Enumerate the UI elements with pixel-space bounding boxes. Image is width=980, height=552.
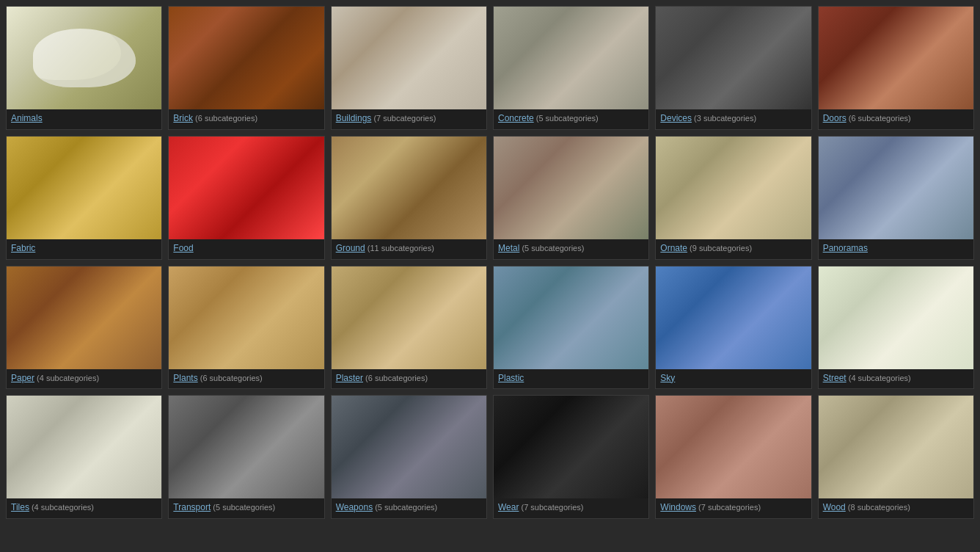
- image-tiles: [7, 396, 161, 498]
- link-metal[interactable]: Metal: [498, 243, 519, 253]
- link-panoramas[interactable]: Panoramas: [823, 243, 868, 253]
- card-tiles[interactable]: Tiles (4 subcategories): [6, 395, 162, 519]
- card-ornate[interactable]: Ornate (9 subcategories): [655, 136, 811, 260]
- image-concrete: [494, 7, 648, 109]
- card-plants[interactable]: Plants (6 subcategories): [168, 266, 324, 390]
- label-buildings: Buildings (7 subcategories): [332, 109, 486, 129]
- card-ground[interactable]: Ground (11 subcategories): [331, 136, 487, 260]
- card-animals[interactable]: Animals: [6, 6, 162, 130]
- image-metal: [494, 137, 648, 239]
- label-paper: Paper (4 subcategories): [7, 369, 161, 389]
- label-animals: Animals: [7, 109, 161, 129]
- label-metal: Metal (5 subcategories): [494, 239, 648, 259]
- card-brick[interactable]: Brick (6 subcategories): [168, 6, 324, 130]
- link-wear[interactable]: Wear: [498, 502, 519, 512]
- image-animals: [7, 7, 161, 109]
- card-windows[interactable]: Windows (7 subcategories): [655, 395, 811, 519]
- card-panoramas[interactable]: Panoramas: [818, 136, 974, 260]
- image-windows: [656, 396, 811, 498]
- subcategory-count-doors: (6 subcategories): [846, 114, 911, 123]
- card-street[interactable]: Street (4 subcategories): [818, 266, 974, 390]
- link-concrete[interactable]: Concrete: [498, 113, 534, 123]
- category-grid: AnimalsBrick (6 subcategories)Buildings …: [6, 6, 974, 519]
- image-weapons: [332, 396, 486, 498]
- link-fabric[interactable]: Fabric: [11, 243, 35, 253]
- card-plaster[interactable]: Plaster (6 subcategories): [331, 266, 487, 390]
- label-fabric: Fabric: [7, 239, 161, 259]
- link-devices[interactable]: Devices: [660, 113, 692, 123]
- image-wood: [819, 396, 973, 498]
- subcategory-count-metal: (5 subcategories): [519, 244, 584, 253]
- link-sky[interactable]: Sky: [660, 373, 675, 383]
- card-paper[interactable]: Paper (4 subcategories): [6, 266, 162, 390]
- card-plastic[interactable]: Plastic: [493, 266, 649, 390]
- card-metal[interactable]: Metal (5 subcategories): [493, 136, 649, 260]
- card-food[interactable]: Food: [168, 136, 324, 260]
- label-brick: Brick (6 subcategories): [169, 109, 323, 129]
- subcategory-count-wood: (8 subcategories): [846, 503, 910, 512]
- image-street: [819, 266, 973, 369]
- subcategory-count-concrete: (5 subcategories): [534, 114, 599, 123]
- card-buildings[interactable]: Buildings (7 subcategories): [331, 6, 487, 130]
- image-devices: [656, 7, 811, 109]
- label-concrete: Concrete (5 subcategories): [494, 109, 648, 129]
- label-panoramas: Panoramas: [819, 239, 973, 259]
- subcategory-count-street: (4 subcategories): [846, 374, 911, 382]
- link-plaster[interactable]: Plaster: [336, 373, 363, 383]
- link-paper[interactable]: Paper: [11, 373, 34, 383]
- label-transport: Transport (5 subcategories): [169, 498, 323, 518]
- subcategory-count-weapons: (5 subcategories): [373, 503, 437, 512]
- card-doors[interactable]: Doors (6 subcategories): [818, 6, 974, 130]
- link-plastic[interactable]: Plastic: [498, 373, 524, 383]
- card-devices[interactable]: Devices (3 subcategories): [655, 6, 811, 130]
- image-plants: [169, 266, 323, 369]
- label-plaster: Plaster (6 subcategories): [332, 369, 486, 389]
- label-doors: Doors (6 subcategories): [819, 109, 973, 129]
- subcategory-count-devices: (3 subcategories): [692, 114, 756, 123]
- label-wood: Wood (8 subcategories): [819, 498, 973, 518]
- link-street[interactable]: Street: [823, 373, 846, 383]
- link-buildings[interactable]: Buildings: [336, 113, 372, 123]
- image-plastic: [494, 266, 648, 369]
- image-paper: [7, 266, 161, 369]
- image-ornate: [656, 137, 811, 239]
- link-doors[interactable]: Doors: [823, 113, 846, 123]
- subcategory-count-windows: (7 subcategories): [696, 503, 761, 512]
- image-brick: [169, 7, 323, 109]
- image-food: [169, 137, 323, 239]
- link-wood[interactable]: Wood: [823, 502, 846, 512]
- card-sky[interactable]: Sky: [655, 266, 811, 390]
- card-wood[interactable]: Wood (8 subcategories): [818, 395, 974, 519]
- link-food[interactable]: Food: [173, 243, 193, 253]
- subcategory-count-ornate: (9 subcategories): [687, 244, 752, 253]
- subcategory-count-wear: (7 subcategories): [519, 503, 583, 512]
- image-transport: [169, 396, 323, 498]
- link-transport[interactable]: Transport: [173, 502, 211, 512]
- subcategory-count-paper: (4 subcategories): [34, 374, 99, 382]
- link-brick[interactable]: Brick: [173, 113, 193, 123]
- image-wear: [494, 396, 648, 498]
- link-animals[interactable]: Animals: [11, 113, 43, 123]
- subcategory-count-transport: (5 subcategories): [211, 503, 275, 512]
- subcategory-count-buildings: (7 subcategories): [371, 114, 436, 123]
- label-ground: Ground (11 subcategories): [332, 239, 486, 259]
- label-sky: Sky: [656, 369, 811, 389]
- image-panoramas: [819, 137, 973, 239]
- link-tiles[interactable]: Tiles: [11, 502, 29, 512]
- link-windows[interactable]: Windows: [660, 502, 696, 512]
- link-plants[interactable]: Plants: [173, 373, 197, 383]
- card-wear[interactable]: Wear (7 subcategories): [493, 395, 649, 519]
- card-concrete[interactable]: Concrete (5 subcategories): [493, 6, 649, 130]
- label-windows: Windows (7 subcategories): [656, 498, 811, 518]
- card-transport[interactable]: Transport (5 subcategories): [168, 395, 324, 519]
- label-ornate: Ornate (9 subcategories): [656, 239, 811, 259]
- card-fabric[interactable]: Fabric: [6, 136, 162, 260]
- link-weapons[interactable]: Weapons: [336, 502, 373, 512]
- link-ground[interactable]: Ground: [336, 243, 365, 253]
- label-plants: Plants (6 subcategories): [169, 369, 323, 389]
- card-weapons[interactable]: Weapons (5 subcategories): [331, 395, 487, 519]
- label-plastic: Plastic: [494, 369, 648, 389]
- subcategory-count-plaster: (6 subcategories): [363, 374, 428, 382]
- link-ornate[interactable]: Ornate: [660, 243, 687, 253]
- label-tiles: Tiles (4 subcategories): [7, 498, 161, 518]
